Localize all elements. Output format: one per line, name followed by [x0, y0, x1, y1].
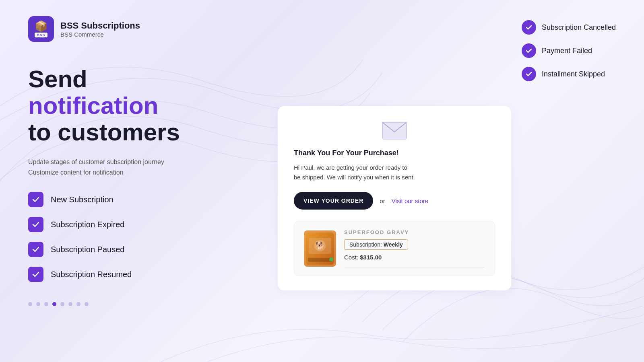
- headline-line3: to customers: [28, 119, 254, 146]
- svg-point-7: [329, 257, 333, 261]
- check-box-icon: [28, 192, 43, 207]
- product-badge-value: Weekly: [384, 241, 403, 248]
- dot-5[interactable]: [60, 302, 64, 306]
- email-icon: [382, 121, 407, 141]
- badge-item-payment-failed: Payment Failed: [522, 43, 616, 58]
- product-badge-prefix: Subscription:: [349, 241, 382, 248]
- email-title: Thank You For Your Purchase!: [294, 149, 495, 157]
- email-actions: VIEW YOUR ORDER or Visit our store: [294, 192, 495, 210]
- badge-label-installment-skipped: Installment Skipped: [542, 70, 605, 78]
- badge-label-payment-failed: Payment Failed: [542, 47, 592, 55]
- svg-text:🐕: 🐕: [316, 241, 325, 250]
- dot-3[interactable]: [44, 302, 48, 306]
- badge-check-icon: [522, 20, 536, 35]
- subtext: Update stages of customer subscription j…: [28, 157, 254, 177]
- logo-icon: 📦: [35, 21, 47, 31]
- check-item-subscription-resumed: Subscription Resumed: [28, 267, 254, 282]
- check-label-subscription-resumed: Subscription Resumed: [51, 270, 132, 279]
- headline: Send notification to customers: [28, 66, 254, 146]
- badge-label-cancelled: Subscription Cancelled: [542, 23, 616, 32]
- product-cost-value: $315.00: [360, 254, 382, 261]
- product-cost-prefix: Cost:: [344, 254, 358, 261]
- email-icon-wrap: [294, 121, 495, 141]
- dot-8[interactable]: [85, 302, 89, 306]
- left-column: Send notification to customers Update st…: [28, 66, 254, 306]
- dot-7[interactable]: [76, 302, 80, 306]
- headline-line1: Send: [28, 66, 254, 93]
- logo-text: BSS Subscriptions BSS Commerce: [60, 21, 140, 38]
- product-subscription-badge: Subscription: Weekly: [344, 239, 408, 250]
- svg-rect-6: [308, 258, 332, 262]
- product-name: SUPERFOOD GRAVY: [344, 229, 485, 235]
- check-item-subscription-expired: Subscription Expired: [28, 217, 254, 232]
- check-box-icon-2: [28, 217, 43, 232]
- email-body: Hi Paul, we are getting your order ready…: [294, 163, 495, 182]
- top-badges: Subscription Cancelled Payment Failed In…: [522, 20, 616, 81]
- check-label-new-subscription: New Subscription: [51, 195, 114, 204]
- main-layout: Send notification to customers Update st…: [28, 66, 616, 306]
- check-label-subscription-paused: Subscription Paused: [51, 245, 124, 254]
- subtext-line2: Customize content for notification: [28, 167, 254, 178]
- check-label-subscription-expired: Subscription Expired: [51, 220, 124, 229]
- company-name: BSS Commerce: [60, 31, 140, 38]
- badge-check-icon-3: [522, 67, 536, 81]
- headline-line2: notification: [28, 93, 254, 119]
- product-card: 🐕 SUPERFOOD GRAVY Subscription: Weekly C: [294, 221, 495, 276]
- dot-2[interactable]: [36, 302, 40, 306]
- app-name: BSS Subscriptions: [60, 21, 140, 31]
- logo-label: BSS: [35, 33, 47, 37]
- badge-check-icon-2: [522, 43, 536, 58]
- email-card: Thank You For Your Purchase! Hi Paul, we…: [278, 106, 511, 290]
- product-divider: [344, 267, 485, 267]
- badge-item-installment-skipped: Installment Skipped: [522, 67, 616, 81]
- logo-box: 📦 BSS: [28, 16, 54, 42]
- badge-item-cancelled: Subscription Cancelled: [522, 20, 616, 35]
- check-item-new-subscription: New Subscription: [28, 192, 254, 207]
- pagination-dots: [28, 302, 254, 306]
- checklist: New Subscription Subscription Expired: [28, 192, 254, 282]
- email-body-text: Hi Paul, we are getting your order ready…: [294, 164, 415, 181]
- check-item-subscription-paused: Subscription Paused: [28, 242, 254, 257]
- product-image: 🐕: [304, 230, 336, 267]
- check-box-icon-4: [28, 267, 43, 282]
- dot-6[interactable]: [68, 302, 72, 306]
- dot-4-active[interactable]: [52, 302, 56, 306]
- right-column: Thank You For Your Purchase! Hi Paul, we…: [278, 66, 616, 290]
- check-box-icon-3: [28, 242, 43, 257]
- subtext-line1: Update stages of customer subscription j…: [28, 157, 254, 167]
- product-cost: Cost: $315.00: [344, 254, 485, 261]
- dot-1[interactable]: [28, 302, 32, 306]
- visit-store-link[interactable]: Visit our store: [392, 197, 428, 204]
- view-order-button[interactable]: VIEW YOUR ORDER: [294, 192, 373, 210]
- or-text: or: [380, 197, 385, 204]
- product-details: SUPERFOOD GRAVY Subscription: Weekly Cos…: [344, 229, 485, 267]
